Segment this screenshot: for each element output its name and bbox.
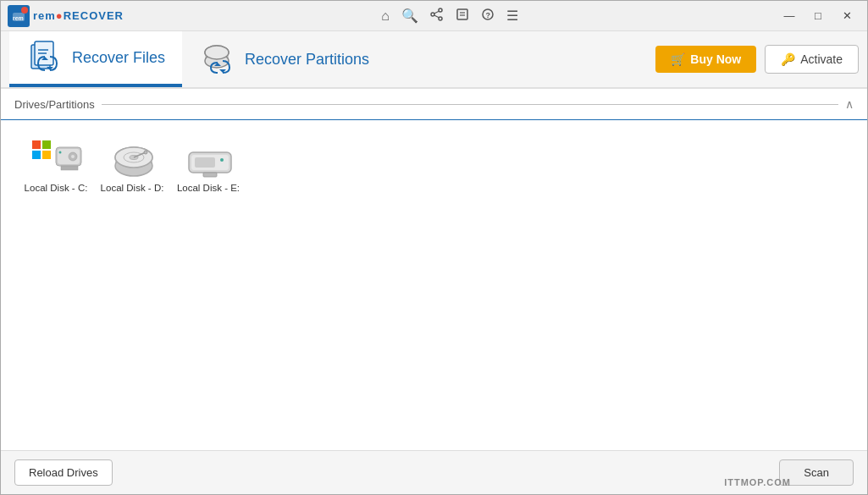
drives-header: Drives/Partitions ∧ — [1, 89, 867, 120]
key-icon: 🔑 — [781, 52, 795, 66]
tabbar: Recover Files Recover Partitions 🛒 Buy N… — [1, 31, 867, 89]
close-button[interactable]: ✕ — [833, 4, 860, 28]
reload-drives-button[interactable]: Reload Drives — [14, 459, 113, 486]
menu-icon[interactable]: ☰ — [506, 9, 518, 23]
buy-now-button[interactable]: 🛒 Buy Now — [655, 46, 756, 73]
main-content: Drives/Partitions ∧ — [1, 89, 867, 452]
svg-text:rem: rem — [13, 15, 24, 21]
activate-button[interactable]: 🔑 Activate — [765, 45, 859, 74]
svg-point-42 — [220, 158, 224, 162]
titlebar: rem rem●RECOVER ⌂ 🔍 — [1, 1, 867, 31]
tab-recover-files-label: Recover Files — [72, 49, 165, 67]
titlebar-icons: ⌂ 🔍 ? ☰ — [381, 8, 518, 24]
svg-point-2 — [439, 8, 442, 12]
tab-recover-partitions-label: Recover Partitions — [245, 51, 369, 69]
tabbar-actions: 🛒 Buy Now 🔑 Activate — [655, 31, 859, 87]
home-icon[interactable]: ⌂ — [381, 9, 390, 23]
activate-label: Activate — [800, 52, 843, 66]
svg-point-3 — [439, 17, 442, 20]
window-controls: — □ ✕ — [776, 4, 860, 28]
drive-item-d[interactable]: Local Disk - D: — [94, 134, 170, 200]
svg-rect-23 — [42, 151, 51, 159]
drive-c-label: Local Disk - C: — [25, 183, 88, 193]
footer: Reload Drives Scan — [1, 450, 867, 494]
drive-d-label: Local Disk - D: — [101, 183, 164, 193]
svg-rect-41 — [195, 157, 215, 168]
drive-d-icon — [108, 140, 156, 178]
logo-icon: rem — [8, 5, 30, 27]
drive-e-icon — [185, 140, 232, 178]
tab-recover-files[interactable]: Recover Files — [9, 31, 182, 87]
svg-rect-26 — [61, 166, 78, 170]
drive-item-e[interactable]: Local Disk - E: — [170, 134, 246, 200]
drives-header-line — [102, 104, 838, 105]
app-logo: rem rem●RECOVER — [8, 5, 124, 27]
watermark: ITTMOP.COM — [724, 477, 791, 487]
recover-partitions-icon — [199, 39, 235, 80]
collapse-button[interactable]: ∧ — [845, 97, 854, 111]
drive-item-c[interactable]: Local Disk - C: — [18, 134, 94, 200]
maximize-button[interactable]: □ — [804, 4, 832, 28]
svg-rect-20 — [32, 140, 41, 149]
svg-point-19 — [205, 46, 229, 59]
drives-section-title: Drives/Partitions — [14, 98, 95, 111]
buy-now-label: Buy Now — [690, 52, 741, 66]
drive-c-icon — [32, 140, 80, 178]
svg-rect-7 — [457, 9, 467, 19]
titlebar-left: rem rem●RECOVER — [8, 5, 124, 27]
drives-grid: Local Disk - C: Local Dis — [1, 120, 867, 213]
help-icon[interactable]: ? — [481, 8, 495, 24]
svg-line-6 — [434, 15, 440, 18]
recover-files-icon — [26, 38, 62, 79]
logo-text: rem●RECOVER — [33, 9, 124, 22]
minimize-button[interactable]: — — [776, 4, 803, 28]
share-icon[interactable] — [430, 8, 444, 24]
svg-text:?: ? — [485, 11, 490, 19]
search-icon[interactable]: 🔍 — [401, 9, 418, 23]
bookmark-icon[interactable] — [456, 8, 469, 24]
svg-line-5 — [434, 11, 440, 14]
svg-rect-22 — [32, 151, 41, 159]
svg-point-37 — [144, 151, 147, 154]
svg-point-28 — [71, 155, 75, 158]
svg-rect-21 — [42, 140, 51, 149]
cart-icon: 🛒 — [671, 52, 685, 66]
tab-recover-partitions[interactable]: Recover Partitions — [182, 31, 386, 87]
svg-point-4 — [431, 13, 434, 16]
svg-point-29 — [59, 151, 62, 154]
drive-e-label: Local Disk - E: — [177, 183, 240, 193]
svg-rect-40 — [203, 173, 217, 177]
